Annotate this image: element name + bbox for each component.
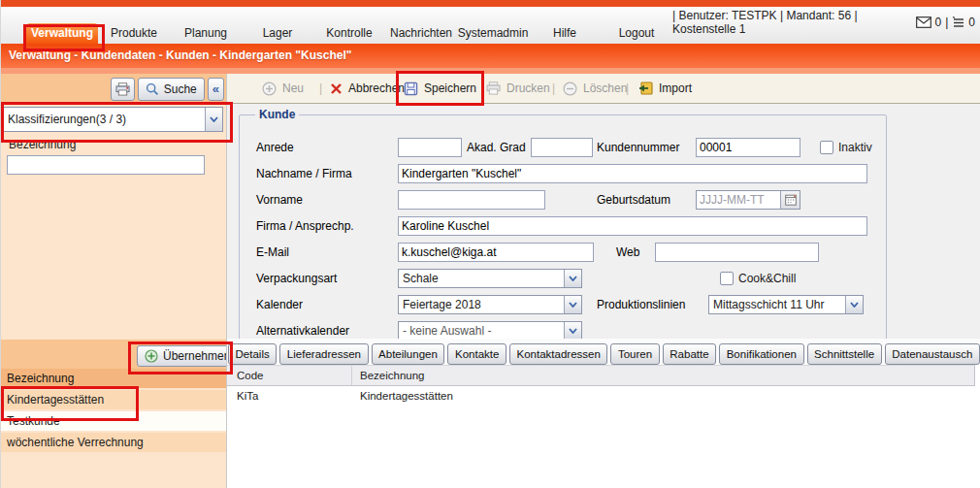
chevron-down-icon (845, 296, 863, 313)
speichern-button[interactable]: Speichern (404, 74, 476, 103)
verpackungsart-value: Schale (399, 270, 564, 287)
anrede-input[interactable] (398, 138, 462, 157)
loeschen-button-label: Löschen (583, 81, 627, 95)
alternativkalender-select[interactable]: - keine Auswahl - (398, 321, 582, 339)
inaktiv-checkbox[interactable] (820, 141, 833, 154)
classification-dropdown[interactable]: Klassifizierungen(3 / 3) (3, 107, 223, 132)
plus-circle-icon (262, 81, 277, 96)
import-icon (638, 81, 653, 95)
tab-abteilungen[interactable]: Abteilungen (372, 343, 445, 365)
import-button[interactable]: Import (638, 74, 692, 103)
firma-ansprechp-label: Firma / Ansprechp. (256, 219, 354, 233)
tab-touren[interactable]: Touren (610, 343, 659, 365)
nachname-firma-label: Nachname / Firma (256, 167, 352, 180)
geburtsdatum-field (696, 190, 800, 210)
tab-kontakte[interactable]: Kontakte (447, 343, 506, 365)
customer-form-area: Kunde Anrede Akad. Grad Kundennummer Ina… (227, 104, 980, 339)
kundennummer-input[interactable] (696, 138, 800, 157)
cancel-x-icon (330, 82, 343, 95)
verpackungsart-label: Verpackungsart (256, 272, 337, 285)
list-item-woechentliche-verrechnung[interactable]: wöchentliche Verrechnung (1, 433, 226, 454)
cook-chill-checkbox[interactable] (720, 272, 734, 285)
produktionslinien-select[interactable]: Mittagsschicht 11 Uhr (708, 295, 864, 314)
tab-produkte[interactable]: Produkte (98, 23, 170, 44)
nachname-firma-input[interactable] (398, 164, 867, 183)
tab-planung[interactable]: Planung (170, 23, 242, 44)
mail-icon[interactable] (916, 16, 931, 28)
web-label: Web (616, 245, 639, 259)
tab-datenaustausch[interactable]: Datenaustausch (885, 343, 980, 365)
sidebar-filter-input[interactable] (7, 155, 205, 175)
toolbar-separator: | (626, 74, 629, 103)
akad-grad-input[interactable] (531, 138, 593, 157)
drucken-button-label: Drucken (506, 81, 550, 95)
loeschen-button[interactable]: Löschen (563, 74, 627, 103)
breadcrumb: Verwaltung - Kundendaten - Kunden - Kind… (1, 44, 980, 68)
classification-dropdown-value: Klassifizierungen(3 / 3) (4, 108, 205, 131)
print-button[interactable] (111, 78, 135, 101)
task-count: 0 (968, 16, 975, 29)
tab-hilfe[interactable]: Hilfe (529, 23, 601, 44)
search-icon (146, 82, 159, 96)
alternativkalender-label: Alternativkalender (256, 324, 349, 338)
tab-bonifikationen[interactable]: Bonifikationen (719, 343, 803, 365)
tab-rabatte[interactable]: Rabatte (663, 343, 716, 365)
main-panel: Neu | Abbrechen Speichern Drucken (227, 74, 980, 488)
save-floppy-icon (404, 81, 418, 96)
akad-grad-label: Akad. Grad (467, 141, 526, 154)
kalender-select[interactable]: Feiertage 2018 (398, 295, 582, 314)
tab-nachrichten[interactable]: Nachrichten (385, 23, 457, 44)
vorname-label: Vorname (256, 193, 303, 207)
tab-kontaktadressen[interactable]: Kontaktadressen (509, 343, 607, 365)
list-item-testkunde[interactable]: Testkunde (1, 411, 226, 433)
detail-tab-strip: Details Lieferadressen Abteilungen Konta… (227, 339, 980, 365)
toolbar-separator: | (552, 74, 555, 103)
form-row-kalender: Kalender Feiertage 2018 Produktionslinie… (251, 292, 886, 318)
uebernehmen-button[interactable]: Übernehmen (137, 345, 238, 367)
tab-verwaltung[interactable]: Verwaltung (26, 23, 98, 44)
printer-icon (115, 82, 130, 96)
web-input[interactable] (655, 243, 819, 262)
collapse-sidebar-button[interactable]: « (208, 78, 224, 101)
printer-gray-icon (486, 81, 501, 95)
search-button[interactable]: Suche (138, 78, 205, 101)
column-header-code[interactable]: Code (227, 366, 352, 385)
email-label: E-Mail (256, 245, 289, 259)
produktionslinien-value: Mittagsschicht 11 Uhr (709, 296, 845, 313)
main-menu-bar: Verwaltung Produkte Planung Lager Kontro… (1, 7, 980, 44)
table-row[interactable]: KiTa Kindertagesstätten (227, 386, 975, 407)
tab-schnittstelle[interactable]: Schnittstelle (807, 343, 882, 365)
abbrechen-button[interactable]: Abbrechen (330, 74, 405, 103)
calendar-icon[interactable] (780, 191, 800, 209)
tab-lager[interactable]: Lager (242, 23, 313, 44)
app-window: Verwaltung Produkte Planung Lager Kontro… (0, 0, 980, 488)
main-menu-tabs: Verwaltung Produkte Planung Lager Kontro… (26, 7, 672, 44)
verpackungsart-select[interactable]: Schale (398, 269, 582, 288)
list-item-kindertagesstaetten[interactable]: Kindertagesstätten (1, 390, 226, 411)
kalender-label: Kalender (256, 298, 303, 311)
form-row-alternativkalender: Alternativkalender - keine Auswahl - (251, 318, 886, 339)
toolbar-separator: | (319, 74, 322, 103)
form-row-nachname: Nachname / Firma (251, 161, 886, 187)
chevron-down-icon (205, 108, 222, 131)
alternativkalender-value: - keine Auswahl - (399, 322, 564, 339)
top-accent-bar (1, 0, 980, 7)
tab-systemadmin[interactable]: Systemadmin (457, 23, 529, 44)
neu-button[interactable]: Neu (262, 74, 304, 103)
user-session-info: | Benutzer: TESTPK | Mandant: 56 | Koste… (672, 7, 975, 44)
tab-details[interactable]: Details (228, 343, 277, 365)
email-input[interactable] (398, 243, 594, 262)
tab-lieferadressen[interactable]: Lieferadressen (279, 343, 368, 365)
tab-kontrolle[interactable]: Kontrolle (313, 23, 385, 44)
form-row-anrede: Anrede Akad. Grad Kundennummer Inaktiv (251, 135, 886, 161)
vorname-input[interactable] (398, 190, 545, 210)
drucken-button[interactable]: Drucken (486, 74, 550, 103)
logout-link[interactable]: Logout (601, 23, 672, 44)
tasks-icon[interactable] (952, 16, 964, 28)
geburtsdatum-input[interactable] (697, 191, 780, 209)
plus-circle-green-icon (145, 349, 158, 363)
import-button-label: Import (659, 81, 692, 95)
firma-ansprechp-input[interactable] (398, 216, 867, 236)
chevron-down-icon (564, 296, 581, 313)
column-header-bezeichnung[interactable]: Bezeichnung (352, 366, 974, 385)
